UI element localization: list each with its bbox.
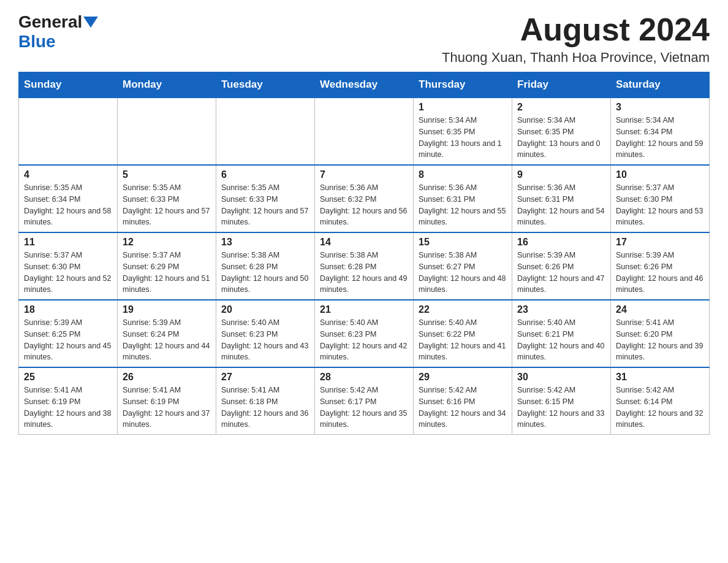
day-info: Sunrise: 5:40 AMSunset: 6:22 PMDaylight:… (419, 317, 507, 363)
day-number: 20 (221, 304, 309, 315)
day-info: Sunrise: 5:38 AMSunset: 6:28 PMDaylight:… (221, 250, 309, 296)
calendar-cell: 27Sunrise: 5:41 AMSunset: 6:18 PMDayligh… (216, 367, 315, 435)
day-number: 10 (616, 169, 704, 180)
day-info: Sunrise: 5:35 AMSunset: 6:34 PMDaylight:… (24, 182, 112, 228)
day-info: Sunrise: 5:39 AMSunset: 6:26 PMDaylight:… (517, 250, 605, 296)
day-info: Sunrise: 5:36 AMSunset: 6:31 PMDaylight:… (419, 182, 507, 228)
page-header: General Blue August 2024 Thuong Xuan, Th… (18, 12, 710, 66)
calendar-cell: 18Sunrise: 5:39 AMSunset: 6:25 PMDayligh… (19, 300, 118, 367)
day-number: 28 (320, 372, 408, 383)
calendar-cell: 22Sunrise: 5:40 AMSunset: 6:22 PMDayligh… (414, 300, 512, 367)
calendar-cell (19, 98, 118, 165)
calendar-cell: 4Sunrise: 5:35 AMSunset: 6:34 PMDaylight… (19, 165, 118, 232)
calendar-cell: 11Sunrise: 5:37 AMSunset: 6:30 PMDayligh… (19, 232, 118, 300)
day-number: 4 (24, 169, 112, 180)
week-row-3: 11Sunrise: 5:37 AMSunset: 6:30 PMDayligh… (19, 232, 710, 300)
calendar-cell: 30Sunrise: 5:42 AMSunset: 6:15 PMDayligh… (512, 367, 611, 435)
weekday-header-monday: Monday (118, 72, 216, 98)
calendar-cell: 21Sunrise: 5:40 AMSunset: 6:23 PMDayligh… (315, 300, 414, 367)
logo-blue: Blue (18, 32, 56, 51)
day-info: Sunrise: 5:41 AMSunset: 6:19 PMDaylight:… (24, 385, 112, 431)
calendar-cell: 20Sunrise: 5:40 AMSunset: 6:23 PMDayligh… (216, 300, 315, 367)
week-row-2: 4Sunrise: 5:35 AMSunset: 6:34 PMDaylight… (19, 165, 710, 232)
week-row-1: 1Sunrise: 5:34 AMSunset: 6:35 PMDaylight… (19, 98, 710, 165)
calendar-cell: 19Sunrise: 5:39 AMSunset: 6:24 PMDayligh… (118, 300, 216, 367)
calendar-cell: 28Sunrise: 5:42 AMSunset: 6:17 PMDayligh… (315, 367, 414, 435)
day-info: Sunrise: 5:34 AMSunset: 6:34 PMDaylight:… (616, 115, 704, 161)
calendar-cell (216, 98, 315, 165)
day-info: Sunrise: 5:39 AMSunset: 6:26 PMDaylight:… (616, 250, 704, 296)
day-info: Sunrise: 5:35 AMSunset: 6:33 PMDaylight:… (221, 182, 309, 228)
day-number: 22 (419, 304, 507, 315)
day-number: 11 (24, 237, 112, 248)
location-title: Thuong Xuan, Thanh Hoa Province, Vietnam (442, 50, 710, 66)
day-info: Sunrise: 5:41 AMSunset: 6:19 PMDaylight:… (123, 385, 211, 431)
day-info: Sunrise: 5:42 AMSunset: 6:16 PMDaylight:… (419, 385, 507, 431)
calendar-cell: 24Sunrise: 5:41 AMSunset: 6:20 PMDayligh… (611, 300, 710, 367)
day-number: 16 (517, 237, 605, 248)
day-number: 17 (616, 237, 704, 248)
calendar-cell: 5Sunrise: 5:35 AMSunset: 6:33 PMDaylight… (118, 165, 216, 232)
calendar-cell: 26Sunrise: 5:41 AMSunset: 6:19 PMDayligh… (118, 367, 216, 435)
logo-general: General (18, 12, 82, 32)
day-info: Sunrise: 5:37 AMSunset: 6:29 PMDaylight:… (123, 250, 211, 296)
day-number: 26 (123, 372, 211, 383)
day-info: Sunrise: 5:40 AMSunset: 6:23 PMDaylight:… (320, 317, 408, 363)
day-info: Sunrise: 5:36 AMSunset: 6:32 PMDaylight:… (320, 182, 408, 228)
logo-triangle-icon (83, 17, 98, 28)
weekday-header-sunday: Sunday (19, 72, 118, 98)
calendar-cell: 2Sunrise: 5:34 AMSunset: 6:35 PMDaylight… (512, 98, 611, 165)
day-number: 2 (517, 102, 605, 113)
calendar-cell: 17Sunrise: 5:39 AMSunset: 6:26 PMDayligh… (611, 232, 710, 300)
day-number: 24 (616, 304, 704, 315)
calendar-cell: 23Sunrise: 5:40 AMSunset: 6:21 PMDayligh… (512, 300, 611, 367)
weekday-header-thursday: Thursday (414, 72, 512, 98)
day-number: 30 (517, 372, 605, 383)
calendar-cell: 1Sunrise: 5:34 AMSunset: 6:35 PMDaylight… (414, 98, 512, 165)
calendar-cell: 14Sunrise: 5:38 AMSunset: 6:28 PMDayligh… (315, 232, 414, 300)
day-info: Sunrise: 5:37 AMSunset: 6:30 PMDaylight:… (24, 250, 112, 296)
day-info: Sunrise: 5:40 AMSunset: 6:23 PMDaylight:… (221, 317, 309, 363)
day-info: Sunrise: 5:37 AMSunset: 6:30 PMDaylight:… (616, 182, 704, 228)
day-number: 9 (517, 169, 605, 180)
day-number: 18 (24, 304, 112, 315)
calendar-cell: 16Sunrise: 5:39 AMSunset: 6:26 PMDayligh… (512, 232, 611, 300)
calendar-cell: 8Sunrise: 5:36 AMSunset: 6:31 PMDaylight… (414, 165, 512, 232)
day-info: Sunrise: 5:36 AMSunset: 6:31 PMDaylight:… (517, 182, 605, 228)
weekday-header-tuesday: Tuesday (216, 72, 315, 98)
day-number: 5 (123, 169, 211, 180)
day-number: 13 (221, 237, 309, 248)
day-number: 7 (320, 169, 408, 180)
day-number: 14 (320, 237, 408, 248)
calendar-cell: 9Sunrise: 5:36 AMSunset: 6:31 PMDaylight… (512, 165, 611, 232)
day-number: 8 (419, 169, 507, 180)
calendar-cell: 31Sunrise: 5:42 AMSunset: 6:14 PMDayligh… (611, 367, 710, 435)
day-number: 19 (123, 304, 211, 315)
day-info: Sunrise: 5:35 AMSunset: 6:33 PMDaylight:… (123, 182, 211, 228)
day-info: Sunrise: 5:41 AMSunset: 6:18 PMDaylight:… (221, 385, 309, 431)
day-info: Sunrise: 5:41 AMSunset: 6:20 PMDaylight:… (616, 317, 704, 363)
day-info: Sunrise: 5:34 AMSunset: 6:35 PMDaylight:… (419, 115, 507, 161)
day-number: 31 (616, 372, 704, 383)
day-number: 29 (419, 372, 507, 383)
weekday-header-wednesday: Wednesday (315, 72, 414, 98)
day-number: 23 (517, 304, 605, 315)
calendar-cell: 10Sunrise: 5:37 AMSunset: 6:30 PMDayligh… (611, 165, 710, 232)
calendar-cell: 15Sunrise: 5:38 AMSunset: 6:27 PMDayligh… (414, 232, 512, 300)
calendar-cell (118, 98, 216, 165)
day-info: Sunrise: 5:42 AMSunset: 6:15 PMDaylight:… (517, 385, 605, 431)
day-info: Sunrise: 5:42 AMSunset: 6:17 PMDaylight:… (320, 385, 408, 431)
week-row-5: 25Sunrise: 5:41 AMSunset: 6:19 PMDayligh… (19, 367, 710, 435)
calendar-cell: 12Sunrise: 5:37 AMSunset: 6:29 PMDayligh… (118, 232, 216, 300)
day-info: Sunrise: 5:38 AMSunset: 6:27 PMDaylight:… (419, 250, 507, 296)
day-number: 6 (221, 169, 309, 180)
day-number: 21 (320, 304, 408, 315)
week-row-4: 18Sunrise: 5:39 AMSunset: 6:25 PMDayligh… (19, 300, 710, 367)
title-area: August 2024 Thuong Xuan, Thanh Hoa Provi… (442, 12, 710, 66)
calendar-cell: 29Sunrise: 5:42 AMSunset: 6:16 PMDayligh… (414, 367, 512, 435)
day-number: 12 (123, 237, 211, 248)
calendar-cell: 7Sunrise: 5:36 AMSunset: 6:32 PMDaylight… (315, 165, 414, 232)
day-info: Sunrise: 5:38 AMSunset: 6:28 PMDaylight:… (320, 250, 408, 296)
day-info: Sunrise: 5:39 AMSunset: 6:25 PMDaylight:… (24, 317, 112, 363)
calendar-cell (315, 98, 414, 165)
